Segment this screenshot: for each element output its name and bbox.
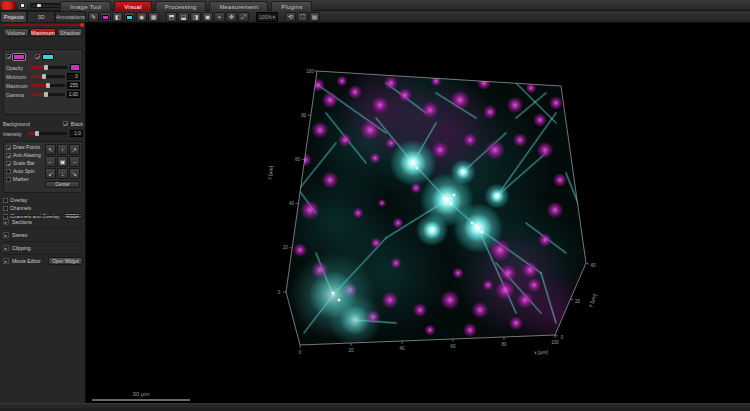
fullscreen-icon[interactable]: ⛶: [297, 12, 308, 22]
gamma-slider[interactable]: [30, 93, 65, 96]
viewport-3d[interactable]: 100806040200z [µm]020406080100x [µm]0204…: [86, 23, 750, 403]
sidebar-tab-projects[interactable]: Projects: [0, 11, 27, 23]
slider-handle[interactable]: [44, 92, 48, 97]
orientation-arrow-7[interactable]: ↓: [57, 168, 68, 179]
option-scale-bar: ✓Scale Bar: [6, 160, 43, 167]
grid-icon[interactable]: ▦: [148, 12, 159, 22]
orientation-arrow-1[interactable]: ↑: [57, 144, 68, 155]
channel-tools: ✎◧◉▦: [88, 12, 159, 22]
option-checkbox[interactable]: [3, 206, 8, 211]
maximum-value[interactable]: 255: [67, 82, 80, 89]
sidebar-tab-3d[interactable]: 3D: [27, 11, 54, 23]
rotate-icon[interactable]: ⟲: [285, 12, 296, 22]
slider-handle[interactable]: [42, 74, 46, 79]
orientation-arrow-5[interactable]: →: [69, 156, 80, 167]
svg-text:100: 100: [306, 69, 314, 74]
expander-icon[interactable]: ▸: [3, 232, 9, 238]
channel-2-checkbox[interactable]: ✓: [35, 54, 40, 59]
option-checkbox[interactable]: ✓: [6, 161, 11, 166]
slice-xy-icon[interactable]: ⬒: [166, 12, 177, 22]
option-label: Draw Points: [13, 144, 40, 150]
intensity-value[interactable]: 1.0: [70, 130, 83, 137]
svg-text:40: 40: [590, 263, 596, 268]
background-black-checkbox[interactable]: ✓: [63, 121, 68, 126]
slider-label: Minimum: [6, 74, 28, 80]
maximum-slider[interactable]: [30, 84, 65, 87]
option-checkbox[interactable]: [6, 177, 11, 182]
option-checkbox[interactable]: [3, 198, 8, 203]
channel-cyan-toggle[interactable]: [124, 12, 135, 22]
expander-icon[interactable]: ▸: [3, 245, 9, 251]
minimum-slider[interactable]: [30, 75, 65, 78]
view-options-list: ✓Draw Points✓Anti-Aliasing✓Scale BarAuto…: [6, 144, 43, 190]
option-channels: Channels: [3, 204, 83, 212]
sidebar-tab-annotations[interactable]: Annotations: [55, 11, 86, 23]
option-checkbox[interactable]: ✓: [6, 145, 11, 150]
pan-icon[interactable]: ✥: [226, 12, 237, 22]
channel-2-color-swatch[interactable]: [42, 54, 54, 60]
section-movie-editor[interactable]: ▸Movie EditorOpen Widget: [3, 254, 83, 267]
background-label: Background: [3, 121, 30, 127]
intensity-slider-handle[interactable]: [35, 131, 39, 136]
channel-1-color-swatch[interactable]: [13, 54, 25, 60]
sidebar-tab-bar: Projects3DAnnotations: [0, 11, 86, 23]
crosshair-icon[interactable]: ⌖: [214, 12, 225, 22]
svg-text:60: 60: [450, 344, 456, 349]
pan-icon-glyph: ✥: [229, 14, 234, 20]
orientation-arrow-3[interactable]: ←: [45, 156, 56, 167]
section-stereo[interactable]: ▸Stereo: [3, 228, 83, 241]
tab-visual[interactable]: Visual: [114, 1, 151, 11]
snapshot-icon[interactable]: ▤: [309, 12, 320, 22]
channel-color-picker[interactable]: [70, 64, 80, 71]
volume-content: [281, 43, 596, 353]
render-mode-maximum[interactable]: Maximum: [30, 28, 56, 37]
slice-yz-icon[interactable]: ◨: [190, 12, 201, 22]
option-checkbox[interactable]: [6, 169, 11, 174]
zoom-level-dropdown[interactable]: 100%▾: [256, 12, 278, 22]
render-mode-volume[interactable]: Volume: [3, 28, 29, 37]
opacity-slider[interactable]: [30, 66, 68, 69]
zoom-level-value: 100%: [259, 14, 272, 20]
orientation-arrow-2[interactable]: ↗: [69, 144, 80, 155]
volume-box-icon[interactable]: ▣: [202, 12, 213, 22]
option-checkbox[interactable]: ✓: [6, 153, 11, 158]
app-logo: [1, 1, 16, 10]
channel-magenta-toggle[interactable]: [100, 12, 111, 22]
slider-handle[interactable]: [46, 83, 50, 88]
blend-mode-icon[interactable]: ◧: [112, 12, 123, 22]
slider-handle[interactable]: [44, 65, 48, 70]
section-clipping[interactable]: ▸Clipping: [3, 241, 83, 254]
slice-xz-icon[interactable]: ⬓: [178, 12, 189, 22]
tab-image-tool[interactable]: Image Tool: [60, 1, 111, 11]
section-label: Movie Editor: [12, 258, 45, 264]
channel-1-checkbox[interactable]: ✓: [6, 54, 11, 59]
minimum-value[interactable]: 0: [67, 73, 80, 80]
draw-tool-icon[interactable]: ✎: [88, 12, 99, 22]
snapshot-icon-glyph: ▤: [312, 14, 318, 20]
gamma-value[interactable]: 1.00: [67, 91, 80, 98]
orientation-arrow-8[interactable]: ↘: [69, 168, 80, 179]
orientation-arrow-6[interactable]: ↙: [45, 168, 56, 179]
fit-view-icon[interactable]: ⤢: [238, 12, 249, 22]
slider-label: Opacity: [6, 65, 28, 71]
tab-plugins[interactable]: Plugins: [271, 1, 312, 11]
svg-text:0: 0: [278, 290, 281, 295]
expander-icon[interactable]: ▸: [3, 258, 9, 264]
app-menu-icon[interactable]: [19, 2, 26, 9]
panel-close-button[interactable]: [80, 23, 84, 27]
expander-icon[interactable]: ▸: [3, 219, 9, 225]
visibility-icon[interactable]: ◉: [136, 12, 147, 22]
tab-measurement[interactable]: Measurement: [209, 1, 268, 11]
tab-processing[interactable]: Processing: [155, 1, 207, 11]
channel-1-toggle[interactable]: ✓: [6, 52, 25, 61]
channel-2-toggle[interactable]: ✓: [35, 52, 54, 61]
rotate-icon-glyph: ⟲: [288, 14, 293, 20]
orientation-arrow-0[interactable]: ↖: [45, 144, 56, 155]
orientation-center-icon[interactable]: ▣: [57, 156, 68, 167]
center-view-button[interactable]: Center: [45, 181, 80, 188]
render-mode-shadow[interactable]: Shadow: [57, 28, 83, 37]
section-sections[interactable]: ▸Sections: [3, 215, 83, 228]
open-widget-button[interactable]: Open Widget: [48, 257, 83, 265]
intensity-slider[interactable]: [28, 132, 67, 135]
quick-slider-handle[interactable]: [37, 4, 41, 7]
